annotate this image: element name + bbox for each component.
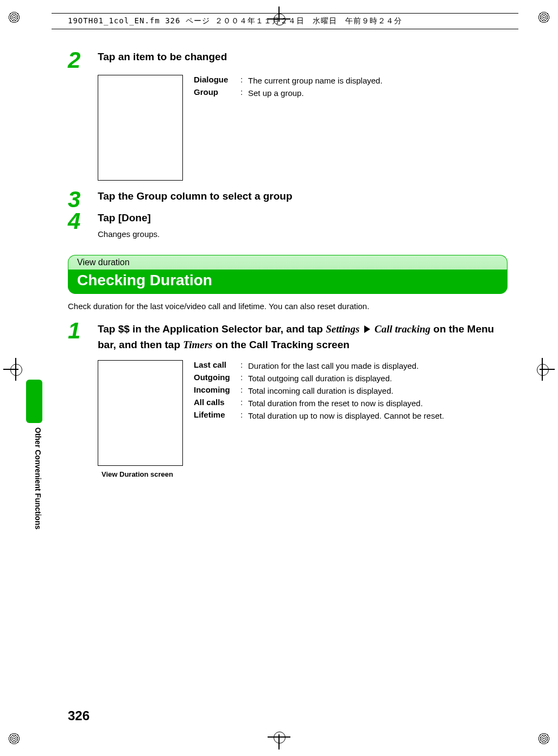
section-banner: View duration Checking Duration [68,255,508,294]
definition-row: Lifetime : Total duration up to now is d… [194,410,444,421]
step-1-duration: 1 Tap $$ in the Application Selector bar… [68,322,508,353]
definition-term: Last call [194,360,240,371]
section-title: Checking Duration [68,270,508,294]
step-title: Tap [Done] [98,212,508,224]
step-number: 3 [68,188,98,211]
step-title: Tap the Group column to select a group [98,190,508,202]
step-2-figure-row: Dialogue : The current group name is dis… [68,75,508,181]
crop-mark-icon [534,729,554,748]
definition-row: Group : Set up a group. [194,87,383,99]
section-eyebrow: View duration [68,255,508,270]
step-title: Tap an item to be changed [98,51,508,63]
step-number: 2 [68,49,98,72]
step-instruction: Tap $$ in the Application Selector bar, … [98,322,508,353]
print-metadata-header: 19OTH01_1col_EN.fm 326 ページ ２００４年１１月２４日 水… [52,13,518,29]
screenshot-placeholder [98,75,183,181]
crop-mark-icon [9,361,25,377]
definition-desc: Total duration up to now is displayed. C… [248,410,444,421]
step-4: 4 Tap [Done] Changes groups. [68,212,508,239]
definition-row: Dialogue : The current group name is dis… [194,75,383,86]
triangle-icon [364,325,370,333]
instr-em: Call tracking [375,323,430,335]
instr-em: Settings [326,323,359,335]
definition-row: Outgoing : Total outgoing call duration … [194,373,444,384]
page: 19OTH01_1col_EN.fm 326 ページ ２００４年１１月２４日 水… [0,0,558,756]
step-3: 3 Tap the Group column to select a group [68,190,508,211]
colon: : [240,360,248,371]
page-number: 326 [68,708,90,723]
crop-mark-icon [271,728,287,744]
step-2: 2 Tap an item to be changed [68,51,508,72]
colon: : [240,87,248,99]
step-subtext: Changes groups. [98,229,508,239]
colon: : [240,75,248,86]
definition-desc: Total duration from the reset to now is … [248,398,444,409]
definition-term: Incoming [194,385,240,396]
definition-desc: Total outgoing call duration is displaye… [248,373,444,384]
definition-term: All calls [194,398,240,409]
definition-term: Lifetime [194,410,240,421]
colon: : [240,385,248,396]
definition-term: Group [194,87,240,99]
side-chapter-label: Other Convenient Functions [26,427,42,568]
step-number: 1 [68,319,98,342]
step-1-figure-row: Last call : Duration for the last call y… [68,360,508,466]
definition-desc: Set up a group. [248,87,383,99]
section-description: Check duration for the last voice/video … [68,302,508,311]
definition-row: Incoming : Total incoming call duration … [194,385,444,396]
definition-term: Dialogue [194,75,240,86]
instr-text: on the Call Tracking screen [213,339,350,350]
definition-list: Last call : Duration for the last call y… [194,360,444,466]
colon: : [240,410,248,421]
content-area: 2 Tap an item to be changed Dialogue : T… [68,49,508,478]
instr-text: Tap $$ in the Application Selector bar, … [98,323,326,335]
screenshot-placeholder [98,360,183,466]
crop-mark-icon [4,8,24,27]
definition-row: All calls : Total duration from the rese… [194,398,444,409]
definition-desc: Duration for the last call you made is d… [248,360,444,371]
step-number: 4 [68,210,98,233]
crop-mark-icon [4,729,24,748]
colon: : [240,373,248,384]
definition-list: Dialogue : The current group name is dis… [194,75,383,181]
side-tab-marker [26,380,42,423]
definition-term: Outgoing [194,373,240,384]
colon: : [240,398,248,409]
instr-em: Timers [183,339,212,350]
definition-desc: Total incoming call duration is displaye… [248,385,444,396]
crop-mark-icon [534,8,554,27]
definition-desc: The current group name is displayed. [248,75,383,86]
screenshot-caption: View Duration screen [68,470,508,478]
definition-row: Last call : Duration for the last call y… [194,360,444,371]
crop-mark-icon [533,361,549,377]
